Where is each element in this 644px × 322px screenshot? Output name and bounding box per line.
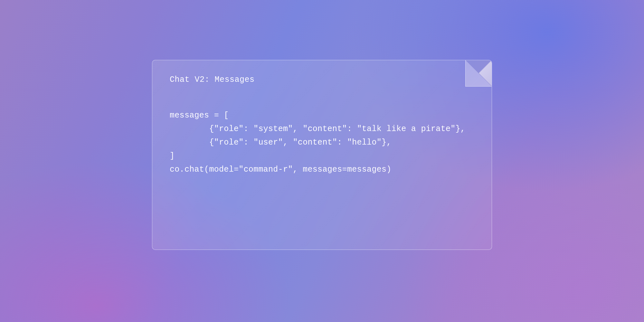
card-title: Chat V2: Messages	[170, 75, 474, 84]
page-fold-icon	[465, 60, 492, 87]
code-card: Chat V2: Messages messages = [ {"role": …	[152, 60, 492, 250]
code-block: messages = [ {"role": "system", "content…	[170, 109, 474, 176]
